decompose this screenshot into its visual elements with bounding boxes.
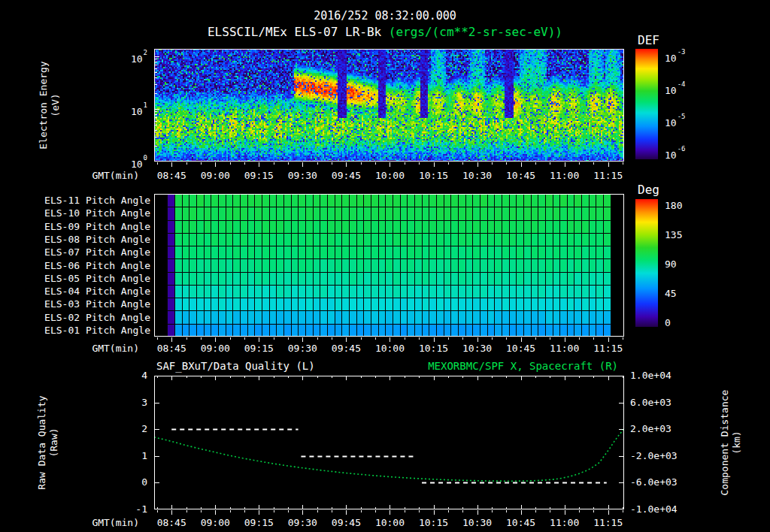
distance-series-title: MEXORBMC/SPF X, Spacecraft (R) [376,360,618,372]
page-title-timestamp: 2016/252 08:32:00.000 [0,9,770,23]
pitch-row-label: ELS-06 Pitch Angle [41,259,150,272]
time-tick-label: 10:15 [411,343,456,354]
quality-y-axis-label-line1: Raw Data Quality [36,360,48,525]
time-tick-label: 09:45 [323,170,368,181]
electron-energy-spectrogram-canvas [154,49,624,162]
time-tick-label: 10:45 [499,170,544,181]
time-tick-label: 09:00 [192,343,238,354]
pitch-row-label: ELS-04 Pitch Angle [41,285,150,298]
time-tick-label: 10:30 [455,343,500,354]
quality-y-axis-label: Raw Data Quality (Raw) [36,360,60,525]
power-exponent: 2 [144,49,147,56]
power-base: 10 [665,117,677,128]
quality-series-title: SAF_BXuT/Data Quality (L) [156,360,315,372]
pitch-time-axis: GMT(min)08:4509:0009:1509:3009:4510:0010… [0,343,770,355]
energy-tick-label: 101 [114,102,147,119]
power-base: 10 [131,53,143,65]
quality-tick-label: 4 [110,370,147,382]
time-tick-label: 10:15 [411,170,456,181]
power-base: 10 [665,150,677,161]
def-tick-label: 10-5 [665,113,686,130]
deg-colorbar [635,199,658,327]
def-colorbar-title: DEF [638,33,659,47]
pitch-row-label: ELS-11 Pitch Angle [41,194,150,207]
time-tick-label: 10:45 [499,517,544,528]
power-exponent: -5 [678,113,686,120]
quality-tick-label: 0 [110,476,147,488]
power-exponent: -3 [678,48,686,56]
time-tick-label: 09:15 [236,517,281,528]
time-tick-label: 08:45 [149,170,194,181]
deg-tick-label: 0 [665,316,671,330]
time-tick-label: 10:30 [455,170,500,181]
pitch-angle-grid-canvas [154,194,624,337]
time-tick-label: 11:15 [586,343,631,354]
deg-tick-label: 180 [665,199,682,213]
power-exponent: 1 [144,101,147,109]
time-axis-label: GMT(min) [64,170,139,181]
units-label: (ergs/(cm**2-sr-sec-eV)) [389,25,562,39]
time-axis-label: GMT(min) [64,343,139,354]
pitch-row-label: ELS-05 Pitch Angle [41,272,150,285]
time-tick-label: 11:00 [542,517,587,528]
pitch-row-label: ELS-09 Pitch Angle [41,220,150,233]
time-tick-label: 09:45 [323,343,368,354]
time-tick-label: 09:30 [280,170,325,181]
energy-tick-label: 102 [114,50,147,66]
deg-colorbar-title: Deg [638,183,659,197]
mex-els-plot-page: 2016/252 08:32:00.000 ELSSCIL/MEx ELS-07… [0,0,770,532]
pitch-row-label: ELS-01 Pitch Angle [41,324,150,337]
time-tick-label: 10:45 [499,343,544,354]
power-base: 10 [131,159,143,170]
time-tick-label: 08:45 [149,343,194,354]
distance-y-axis-label-line2: (km) [731,360,743,525]
time-tick-label: 11:15 [586,517,631,528]
power-exponent: -4 [678,80,686,88]
deg-tick-label: 135 [665,228,682,242]
power-base: 10 [665,85,677,96]
distance-tick-label: -1.0e+04 [630,503,698,515]
spectrogram-y-axis-label-line1: Electron Energy [38,23,50,188]
time-tick-label: 09:15 [236,343,281,354]
time-tick-label: 10:30 [455,517,500,528]
power-base: 10 [665,53,677,64]
pitch-row-label: ELS-10 Pitch Angle [41,207,150,219]
time-tick-label: 11:00 [542,170,587,181]
def-tick-label: 10-3 [665,49,686,65]
distance-y-axis-label-line1: Component Distance [719,360,731,525]
distance-tick-label: 1.0e+04 [630,370,698,382]
quality-tick-label: 3 [110,397,147,409]
pitch-row-label: ELS-07 Pitch Angle [41,246,150,258]
pitch-row-label: ELS-02 Pitch Angle [41,311,150,324]
spectrogram-y-axis-label: Electron Energy (eV) [38,23,62,188]
time-tick-label: 09:15 [236,170,281,181]
power-base: 10 [131,106,143,117]
time-tick-label: 10:00 [367,170,412,181]
def-tick-label: 10-6 [665,146,686,162]
quality-distance-plot-canvas [154,376,624,509]
time-tick-label: 10:15 [411,517,456,528]
energy-tick-label: 100 [114,155,147,171]
time-tick-label: 10:00 [367,517,412,528]
quality-tick-label: 2 [110,423,147,435]
time-tick-label: 09:30 [280,343,325,354]
time-tick-label: 09:00 [192,517,238,528]
power-exponent: 0 [144,154,147,162]
distance-tick-label: -2.0e+03 [630,450,698,462]
time-tick-label: 11:15 [586,170,631,181]
quality-tick-label: 1 [110,450,147,462]
distance-tick-label: 2.0e+03 [630,423,698,435]
spectrogram-y-axis-label-line2: (eV) [50,23,62,188]
def-tick-label: 10-4 [665,81,686,98]
spectrogram-time-axis: GMT(min)08:4509:0009:1509:3009:4510:0010… [0,170,770,182]
deg-tick-label: 45 [665,287,677,301]
pitch-row-label: ELS-08 Pitch Angle [41,233,150,246]
def-colorbar [635,49,658,159]
time-tick-label: 09:00 [192,170,238,181]
time-axis-label: GMT(min) [64,517,139,528]
time-tick-label: 09:45 [323,517,368,528]
distance-tick-label: -6.0e+03 [630,476,698,488]
time-tick-label: 11:00 [542,343,587,354]
time-tick-label: 08:45 [149,517,194,528]
quality-y-axis-label-line2: (Raw) [48,360,60,525]
